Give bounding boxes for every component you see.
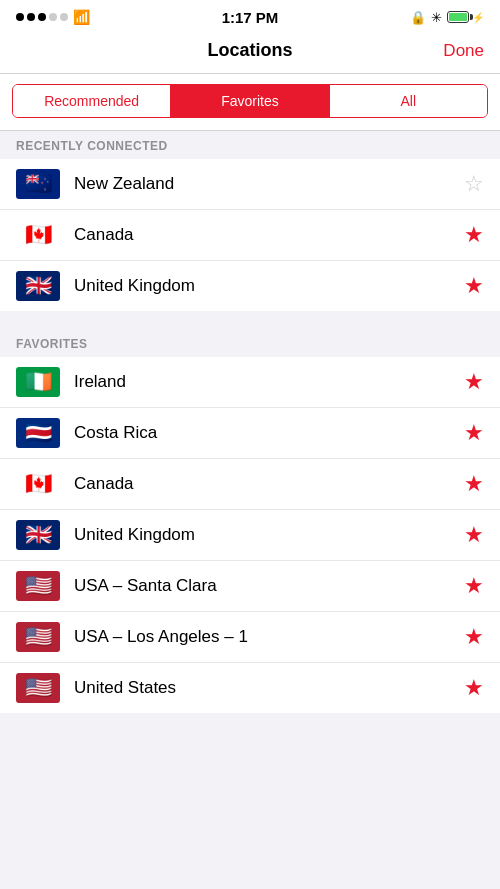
segment-container: Recommended Favorites All (0, 74, 500, 131)
lock-icon: 🔒 (410, 10, 426, 25)
nav-bar: Locations Done (0, 32, 500, 74)
star-button[interactable]: ★ (464, 224, 484, 246)
charging-bolt: ⚡ (472, 12, 484, 23)
country-name: Canada (74, 225, 464, 245)
star-button[interactable]: ★ (464, 371, 484, 393)
signal-dot-5 (60, 13, 68, 21)
status-left: 📶 (16, 9, 90, 25)
signal-dot-4 (49, 13, 57, 21)
country-name: United States (74, 678, 464, 698)
country-name: New Zealand (74, 174, 464, 194)
list-item: New Zealand ☆ (0, 159, 500, 210)
done-button[interactable]: Done (443, 41, 484, 61)
recently-connected-list: New Zealand ☆ Canada ★ United Kingdom ★ (0, 159, 500, 311)
country-name: United Kingdom (74, 276, 464, 296)
star-button[interactable]: ★ (464, 677, 484, 699)
segment-control: Recommended Favorites All (12, 84, 488, 118)
page-title: Locations (207, 40, 292, 61)
country-name: Canada (74, 474, 464, 494)
favorites-header: FAVORITES (0, 329, 500, 357)
status-time: 1:17 PM (222, 9, 279, 26)
list-item: Canada ★ (0, 210, 500, 261)
star-button[interactable]: ★ (464, 422, 484, 444)
tab-favorites[interactable]: Favorites (171, 85, 329, 117)
signal-dots (16, 13, 68, 21)
flag-new-zealand (16, 169, 60, 199)
status-right: 🔒 ✳ ⚡ (410, 10, 484, 25)
tab-all[interactable]: All (330, 85, 487, 117)
signal-dot-1 (16, 13, 24, 21)
wifi-icon: 📶 (73, 9, 90, 25)
list-item: USA – Los Angeles – 1 ★ (0, 612, 500, 663)
list-item: Ireland ★ (0, 357, 500, 408)
signal-dot-3 (38, 13, 46, 21)
list-item: United Kingdom ★ (0, 510, 500, 561)
flag-canada (16, 220, 60, 250)
country-name: USA – Los Angeles – 1 (74, 627, 464, 647)
list-item: Costa Rica ★ (0, 408, 500, 459)
flag-uk (16, 271, 60, 301)
recently-connected-header: RECENTLY CONNECTED (0, 131, 500, 159)
status-bar: 📶 1:17 PM 🔒 ✳ ⚡ (0, 0, 500, 32)
flag-usa-los-angeles (16, 622, 60, 652)
star-button[interactable]: ★ (464, 524, 484, 546)
star-button[interactable]: ☆ (464, 173, 484, 195)
flag-ireland (16, 367, 60, 397)
country-name: Ireland (74, 372, 464, 392)
flag-canada-2 (16, 469, 60, 499)
star-button[interactable]: ★ (464, 275, 484, 297)
signal-dot-2 (27, 13, 35, 21)
section-gap (0, 311, 500, 329)
bluetooth-icon: ✳ (431, 10, 442, 25)
battery-indicator: ⚡ (447, 11, 484, 23)
list-item: United States ★ (0, 663, 500, 713)
star-button[interactable]: ★ (464, 575, 484, 597)
list-item: Canada ★ (0, 459, 500, 510)
star-button[interactable]: ★ (464, 473, 484, 495)
flag-usa-santa-clara (16, 571, 60, 601)
star-button[interactable]: ★ (464, 626, 484, 648)
flag-united-states (16, 673, 60, 703)
tab-recommended[interactable]: Recommended (13, 85, 171, 117)
country-name: USA – Santa Clara (74, 576, 464, 596)
country-name: Costa Rica (74, 423, 464, 443)
flag-uk-2 (16, 520, 60, 550)
battery-body (447, 11, 469, 23)
battery-fill (449, 13, 467, 21)
list-item: United Kingdom ★ (0, 261, 500, 311)
flag-costa-rica (16, 418, 60, 448)
country-name: United Kingdom (74, 525, 464, 545)
list-item: USA – Santa Clara ★ (0, 561, 500, 612)
favorites-list: Ireland ★ Costa Rica ★ Canada ★ United K… (0, 357, 500, 713)
